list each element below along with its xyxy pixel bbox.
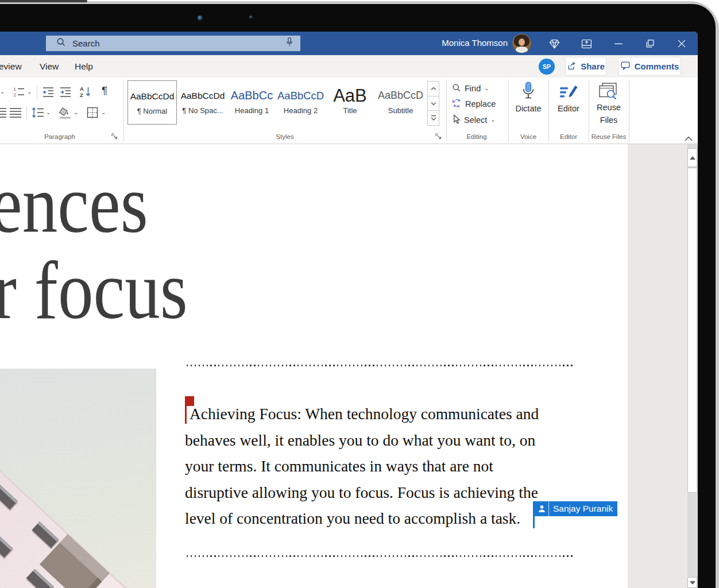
group-separator [508, 80, 509, 142]
collaborator-name: Sanjay Puranik [549, 504, 617, 514]
style-label: ¶ No Spac... [179, 106, 226, 116]
styles-more-button[interactable] [427, 111, 439, 126]
tab-review-partial[interactable]: eview [0, 60, 22, 74]
sensor-dot [249, 16, 253, 19]
comments-button[interactable]: Comments [618, 57, 681, 76]
minimize-button[interactable] [612, 37, 625, 50]
collaborator-cursor-red-flag [187, 396, 194, 406]
ribbon-display-options-icon[interactable] [580, 37, 593, 50]
borders-icon[interactable] [86, 106, 99, 119]
building-window [0, 582, 12, 588]
share-icon [567, 61, 577, 72]
style-sample: AaBbCcD [277, 86, 324, 106]
editor-pencil-icon[interactable] [552, 82, 585, 102]
style-subtitle[interactable]: AaBbCcD Subtitle [376, 80, 425, 125]
tab-help[interactable]: Help [75, 60, 93, 74]
line-spacing-icon[interactable] [31, 106, 45, 119]
style-normal[interactable]: AaBbCcDd ¶ Normal [127, 80, 177, 125]
svg-text:b: b [452, 99, 455, 104]
paragraph-line: level of concentration you need to accom… [185, 505, 587, 532]
reuse-files-icon[interactable] [592, 81, 626, 102]
sort-icon[interactable]: AZ [79, 85, 92, 99]
replace-label: Replace [465, 99, 496, 109]
editing-group-label: Editing [448, 133, 505, 141]
dotted-divider [187, 555, 575, 557]
numbered-list-chevron-icon[interactable]: ⌄ [27, 89, 32, 95]
style-sample: AaBbCcDd [179, 86, 226, 106]
numbered-list-icon[interactable]: 12 [13, 86, 25, 98]
svg-text:c: c [457, 103, 460, 108]
paragraph-line: your terms. It communicates in ways that… [185, 453, 587, 479]
collaborator-flag[interactable]: Sanjay Puranik [535, 501, 617, 516]
increase-indent-icon[interactable] [59, 86, 72, 98]
scroll-up-button[interactable] [687, 148, 697, 167]
select-button[interactable]: Select ⌄ [452, 114, 496, 126]
clipped-dropdown-chevron-icon[interactable]: ⌄ [0, 89, 5, 95]
styles-scroll-up-button[interactable] [427, 81, 439, 96]
find-label: Find [465, 84, 481, 93]
account-user-name[interactable]: Monica Thomson [402, 38, 508, 48]
style-heading-2[interactable]: AaBbCcD Heading 2 [277, 80, 324, 125]
vertical-scrollbar[interactable] [687, 144, 698, 588]
group-separator [123, 80, 124, 142]
style-sample: AaBbCcD [376, 86, 425, 106]
restore-button[interactable] [644, 37, 656, 50]
replace-button[interactable]: bc Replace [452, 98, 496, 110]
reuse-files-label-line1[interactable]: Reuse [593, 103, 625, 112]
search-box[interactable] [46, 36, 300, 51]
collapse-ribbon-icon[interactable] [684, 134, 693, 144]
paragraph-line: behaves well, it enables you to do what … [185, 427, 587, 454]
paragraph-dialog-launcher-icon[interactable] [111, 132, 118, 142]
document-paragraph[interactable]: Achieving Focus: When technology communi… [185, 401, 587, 532]
premium-diamond-icon[interactable] [548, 37, 560, 50]
style-sample: AaBbCc [229, 86, 275, 106]
scroll-up-arrow-icon [690, 156, 695, 160]
decrease-indent-icon[interactable] [41, 86, 55, 98]
tab-view[interactable]: View [40, 60, 59, 74]
styles-scroll-down-button[interactable] [427, 96, 439, 111]
presence-badge[interactable]: SP [539, 59, 555, 75]
group-separator [548, 80, 549, 142]
search-input[interactable] [72, 38, 279, 48]
pilcrow-icon[interactable]: ¶ [102, 84, 107, 97]
shading-chevron-icon[interactable]: ⌄ [74, 110, 78, 115]
building-photo[interactable] [0, 369, 156, 588]
title-bar: Monica Thomson [0, 32, 698, 55]
find-icon [452, 83, 461, 94]
building-texture [0, 558, 29, 588]
separator [26, 106, 27, 120]
document-heading-line1: ences [0, 163, 148, 246]
style-label: ¶ Normal [128, 106, 176, 117]
share-label: Share [581, 61, 605, 71]
voice-search-icon[interactable] [285, 37, 293, 50]
svg-text:1: 1 [14, 87, 16, 92]
style-title[interactable]: AaB Title [326, 80, 374, 125]
shading-bucket-icon[interactable] [59, 106, 72, 119]
dictate-mic-icon[interactable] [512, 81, 544, 103]
line-spacing-chevron-icon[interactable]: ⌄ [46, 110, 51, 115]
style-label: Heading 1 [229, 106, 275, 116]
select-cursor-icon [452, 114, 461, 126]
close-button[interactable] [675, 37, 688, 50]
justify-icon[interactable] [9, 107, 22, 118]
building-window [0, 531, 13, 558]
share-button[interactable]: Share [565, 57, 606, 76]
comments-label: Comments [635, 61, 679, 71]
style-heading-1[interactable]: AaBbCc Heading 1 [229, 80, 275, 125]
borders-chevron-icon[interactable]: ⌄ [101, 110, 106, 115]
dictate-label[interactable]: Dictate [512, 104, 544, 113]
clipped-align-icon[interactable] [0, 107, 7, 118]
word-app-window: Monica Thomson eview View Help SP Share [0, 32, 698, 588]
style-no-spacing[interactable]: AaBbCcDd ¶ No Spac... [179, 80, 226, 125]
avatar[interactable] [512, 34, 531, 53]
scrollbar-thumb[interactable] [687, 168, 697, 493]
scroll-down-button[interactable] [687, 577, 697, 588]
reuse-files-label-line2[interactable]: Files [593, 115, 625, 125]
styles-dialog-launcher-icon[interactable] [435, 132, 442, 142]
document-canvas[interactable]: ences r focus Achieving Focus: When tech… [0, 144, 698, 588]
editor-label[interactable]: Editor [552, 104, 585, 113]
select-chevron-icon: ⌄ [490, 117, 495, 123]
find-button[interactable]: Find ⌄ [452, 82, 489, 95]
building-window [0, 483, 18, 509]
dotted-divider [187, 365, 575, 366]
